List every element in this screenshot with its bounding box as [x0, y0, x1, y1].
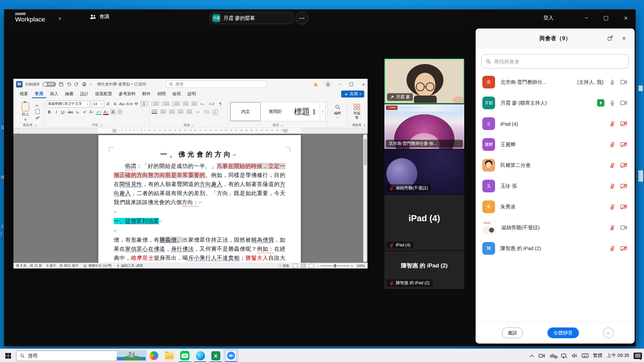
font-color-button[interactable]: A∨: [103, 109, 109, 115]
taskbar-line-button[interactable]: LINE: [177, 349, 193, 362]
tray-camera-icon[interactable]: [538, 353, 545, 358]
zoom-out-button[interactable]: −: [317, 264, 319, 268]
participant-row[interactable]: 民權第二分會: [476, 155, 635, 176]
signin-button[interactable]: 登入: [543, 15, 553, 21]
font-size-select[interactable]: 14∨: [92, 101, 104, 108]
video-tile-active-speaker[interactable]: 月霞 廖: [384, 59, 464, 104]
tray-network-icon[interactable]: [561, 353, 567, 358]
font-name-select[interactable]: 新細明體 (本文中文字∨: [47, 101, 90, 108]
participant-row[interactable]: 玉 玉珍 張: [476, 176, 635, 196]
tab-design[interactable]: 設計: [77, 90, 92, 98]
cut-button[interactable]: ✂: [36, 104, 41, 108]
style-normal[interactable]: 內文: [230, 102, 261, 121]
print-preview-icon[interactable]: [82, 82, 87, 87]
maximize-button[interactable]: [604, 16, 608, 20]
participant-row[interactable]: 月霞 月霞 廖 (聯席主持人): [476, 93, 635, 113]
multilevel-list-button[interactable]: [174, 102, 180, 106]
grow-font-button[interactable]: A^: [106, 101, 111, 107]
redo-icon[interactable]: [74, 82, 79, 87]
style-no-spacing[interactable]: 無間距: [261, 102, 290, 121]
character-border-button[interactable]: A: [141, 101, 147, 107]
camera-muted-icon[interactable]: [620, 163, 627, 168]
panel-more-button[interactable]: ⋯: [603, 327, 614, 338]
taskbar-excel-button[interactable]: X: [208, 349, 223, 362]
tab-layout[interactable]: 版面配置: [92, 90, 115, 98]
bold-button[interactable]: B: [47, 109, 52, 115]
tray-keyboard-icon[interactable]: [582, 353, 589, 358]
superscript-button[interactable]: x²: [82, 109, 88, 115]
paragraph-shading-button[interactable]: [204, 110, 210, 114]
video-tile[interactable]: 人間佛教 ⋯⋯⋯⋯⋯⋯⋯ 北市南-普門教師分會-徐...: [384, 104, 464, 149]
minimize-button[interactable]: −: [585, 15, 588, 21]
participant-search-input[interactable]: [493, 58, 625, 65]
save-icon[interactable]: [59, 82, 64, 87]
paragraph-dialog-launcher[interactable]: [191, 124, 194, 126]
video-tile[interactable]: iPad (4) iPad (4): [384, 195, 464, 250]
line-spacing-button[interactable]: ↕∨: [195, 109, 201, 115]
tab-references[interactable]: 參考資料: [116, 90, 139, 98]
taskbar-file-explorer-button[interactable]: [162, 349, 177, 362]
align-left-button[interactable]: [152, 110, 157, 114]
video-tile[interactable]: 淑娟旁聽(不發話): [384, 149, 464, 194]
paste-button[interactable]: 貼上 ∨: [17, 100, 34, 123]
camera-icon[interactable]: [620, 100, 627, 106]
mic-muted-icon[interactable]: [609, 121, 615, 127]
tab-draw[interactable]: 繪圖: [62, 90, 76, 98]
style-heading1[interactable]: 標題 1: [290, 102, 320, 121]
workspace-chevron-down-icon[interactable]: ∨: [58, 16, 61, 21]
taskbar-zoom-button[interactable]: [223, 349, 239, 362]
indent-marker-left[interactable]: [113, 129, 116, 132]
underline-button[interactable]: U∨: [61, 109, 66, 115]
quick-access-chevron-icon[interactable]: ∨: [90, 83, 92, 86]
close-panel-icon[interactable]: ×: [622, 28, 626, 48]
highlight-color-button[interactable]: ∨: [96, 109, 102, 115]
numbering-button[interactable]: [164, 102, 169, 106]
zoom-percent[interactable]: 100%: [356, 264, 365, 268]
tab-view[interactable]: 檢視: [169, 90, 184, 98]
camera-muted-icon[interactable]: [620, 246, 627, 251]
mic-muted-icon[interactable]: [609, 225, 615, 231]
taskbar-search-box[interactable]: 搜尋: [16, 351, 146, 361]
mic-muted-icon[interactable]: [609, 204, 615, 210]
align-right-button[interactable]: [169, 110, 175, 114]
styles-dialog-launcher[interactable]: [280, 124, 283, 126]
participant-row[interactable]: 麗卿 王麗卿: [476, 134, 635, 155]
shared-screen-title[interactable]: 月霞 月霞 廖的螢幕: [210, 12, 293, 24]
change-case-button[interactable]: Aa∨: [120, 101, 125, 107]
close-button[interactable]: ×: [624, 15, 628, 22]
collapse-ribbon-chevron-icon[interactable]: ∨: [363, 124, 366, 127]
page-indicator[interactable]: 第 8 頁，共 11 頁: [16, 263, 42, 268]
justify-button[interactable]: [178, 110, 183, 114]
strikethrough-button[interactable]: abc: [68, 109, 73, 115]
tab-help[interactable]: 說明: [184, 90, 199, 98]
tab-selector[interactable]: L: [14, 129, 18, 133]
mic-muted-icon[interactable]: [609, 183, 615, 189]
addins-button[interactable]: 增益集: [350, 100, 364, 123]
read-mode-button[interactable]: [293, 264, 298, 268]
enclose-characters-button[interactable]: 字: [117, 109, 122, 115]
print-layout-button[interactable]: [301, 264, 306, 268]
word-minimize-button[interactable]: −: [338, 81, 341, 87]
tab-file[interactable]: 檔案: [17, 90, 31, 98]
word-logo-icon[interactable]: W: [16, 81, 22, 87]
undo-icon[interactable]: [66, 82, 71, 87]
camera-muted-icon[interactable]: [620, 204, 627, 209]
format-painter-button[interactable]: [36, 116, 41, 120]
increase-indent-button[interactable]: [192, 102, 197, 106]
accessibility-status[interactable]: 協助工具: 調查: [116, 263, 143, 268]
focus-mode-button[interactable]: 焦點: [278, 263, 289, 268]
phonetic-guide-button[interactable]: 中ʼ: [134, 101, 140, 107]
video-tile[interactable]: 陳智惠 的 iPad (2) 陳智惠 的 iPad (2): [384, 251, 464, 289]
sort-button[interactable]: A↓Z: [209, 101, 215, 107]
notification-center-icon[interactable]: [634, 353, 642, 359]
shared-screen-pill[interactable]: 月霞 月霞 廖的螢幕: [210, 12, 308, 24]
scrollbar-thumb[interactable]: [364, 139, 367, 165]
web-layout-button[interactable]: [309, 264, 314, 268]
proofing-status[interactable]: 繁體中文 (台灣): [83, 263, 111, 268]
popout-icon[interactable]: [607, 28, 613, 48]
text-effects-button[interactable]: A∨: [89, 109, 95, 115]
autosave-toggle[interactable]: 關閉: [43, 82, 56, 87]
word-count[interactable]: 6 個字，共 9011 個字: [47, 263, 78, 268]
zoom-in-button[interactable]: +: [351, 264, 353, 268]
search-highlight-image[interactable]: [117, 351, 146, 360]
